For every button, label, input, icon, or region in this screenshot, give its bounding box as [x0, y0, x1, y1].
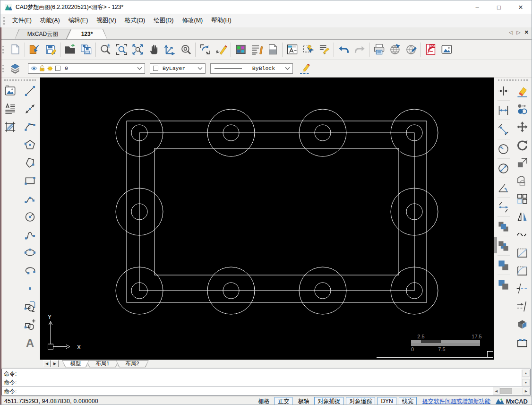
- linetype-edit-button[interactable]: [297, 60, 313, 77]
- menu-item-4[interactable]: 视图(V): [92, 14, 120, 27]
- line-button[interactable]: [22, 83, 38, 99]
- drawing-canvas[interactable]: Y X 2.5 17.5 0 7.5: [40, 78, 494, 360]
- menu-item-1[interactable]: 文件(F): [8, 14, 36, 27]
- open-folder-button[interactable]: [62, 42, 78, 58]
- rotate-button[interactable]: [514, 137, 530, 153]
- erase-button[interactable]: [514, 83, 530, 99]
- menu-item-5[interactable]: 格式(O): [120, 14, 149, 27]
- status-toggle-极轴[interactable]: 极轴: [295, 397, 312, 405]
- chevron-down-icon[interactable]: [284, 67, 291, 70]
- zoom-dynamic-button[interactable]: [97, 42, 113, 58]
- zoom-center-button[interactable]: [178, 42, 194, 58]
- move-button[interactable]: [514, 119, 530, 135]
- solid-box-button[interactable]: [514, 316, 530, 332]
- status-toggle-栅格[interactable]: 栅格: [255, 397, 272, 405]
- pdf-export-button[interactable]: PDF: [422, 42, 438, 58]
- circle-button[interactable]: [22, 208, 38, 224]
- dim-continue-button[interactable]: [496, 83, 512, 99]
- web-publish-button[interactable]: [387, 42, 403, 58]
- stretch-button[interactable]: [514, 334, 530, 350]
- status-toggle-对象捕捉[interactable]: 对象捕捉: [314, 397, 343, 405]
- draworder-above-button[interactable]: [496, 257, 512, 273]
- block-create-button[interactable]: [22, 316, 38, 332]
- spline-button[interactable]: [22, 226, 38, 242]
- menubar-grip-handle[interactable]: [3, 17, 5, 25]
- dim-aligned-button[interactable]: [496, 121, 512, 138]
- menu-item-3[interactable]: 编辑(E): [64, 14, 93, 27]
- open-drawing-button[interactable]: [26, 42, 43, 58]
- document-tab-2[interactable]: 123*: [67, 29, 107, 39]
- menu-item-6[interactable]: 绘图(D): [149, 14, 178, 27]
- irregular-polygon-button[interactable]: [22, 155, 38, 171]
- copy-button[interactable]: [514, 101, 530, 117]
- extend-button[interactable]: [514, 298, 530, 314]
- quick-select-button[interactable]: [300, 42, 316, 58]
- layer-manager-button[interactable]: [7, 60, 23, 77]
- text-style-button[interactable]: [249, 42, 265, 58]
- command-input-scrollbar[interactable]: ◀ ▶: [493, 388, 530, 395]
- dim-radius-button[interactable]: [496, 141, 512, 157]
- draworder-front-button[interactable]: [496, 218, 512, 234]
- polyline-arc-button[interactable]: [22, 190, 38, 207]
- save-button[interactable]: [43, 42, 59, 58]
- ellipse-arc-button[interactable]: [22, 262, 38, 278]
- view-refresh-button[interactable]: [197, 42, 213, 58]
- palette-grip-handle[interactable]: [498, 79, 528, 81]
- close-button[interactable]: ✕: [510, 0, 532, 14]
- chevron-down-icon[interactable]: [137, 67, 143, 70]
- draworder-below-button[interactable]: [496, 276, 512, 293]
- minimize-button[interactable]: –: [466, 0, 488, 14]
- layout-tab-布局2[interactable]: 布局2: [116, 360, 149, 368]
- toolbar-grip-handle[interactable]: [2, 65, 4, 72]
- point-button[interactable]: [22, 280, 38, 296]
- undo-button[interactable]: [335, 42, 352, 58]
- scroll-right-icon[interactable]: ▶: [523, 388, 530, 395]
- sketch-pencil-button[interactable]: [213, 42, 229, 58]
- revcloud-curve-button[interactable]: [514, 226, 530, 242]
- save-as-button[interactable]: [78, 42, 94, 58]
- array-button[interactable]: [514, 190, 530, 207]
- print-button[interactable]: [371, 42, 387, 58]
- zoom-window-button[interactable]: [113, 42, 129, 58]
- scroll-left-icon[interactable]: ◀: [493, 388, 500, 395]
- insert-image-button[interactable]: [438, 42, 455, 58]
- arc-button[interactable]: [22, 119, 38, 135]
- dim-diameter-button[interactable]: [496, 160, 512, 176]
- status-toggle-DYN[interactable]: DYN: [378, 397, 396, 405]
- linetype-select[interactable]: ByBlock: [210, 63, 293, 74]
- insert-image-tool-button[interactable]: [2, 83, 18, 99]
- block-insert-button[interactable]: [22, 298, 38, 314]
- dim-angular-button[interactable]: [496, 180, 512, 196]
- layout-scroll-left-icon[interactable]: ◀: [43, 360, 51, 367]
- palette-grip-handle[interactable]: [4, 79, 36, 81]
- chevron-down-icon[interactable]: [197, 67, 203, 70]
- break-button[interactable]: [514, 280, 530, 296]
- feedback-link[interactable]: 提交软件问题或增加新功能: [422, 397, 490, 405]
- layer-select[interactable]: 0: [28, 63, 145, 74]
- new-file-button[interactable]: [7, 42, 23, 58]
- hatch-button[interactable]: [2, 119, 18, 135]
- command-history[interactable]: 命令:命令: ▲ ▼: [1, 369, 531, 387]
- menu-item-7[interactable]: 修改(M): [178, 14, 207, 27]
- layout-tab-模型[interactable]: 模型: [62, 360, 89, 368]
- match-properties-button[interactable]: [316, 42, 332, 58]
- color-palette-button[interactable]: [232, 42, 249, 58]
- chamfer-button[interactable]: [514, 244, 530, 260]
- scroll-up-icon[interactable]: ▲: [522, 370, 530, 377]
- offset-button[interactable]: [514, 172, 530, 189]
- maximize-button[interactable]: □: [488, 0, 510, 14]
- scale-button[interactable]: [514, 155, 530, 171]
- scrollbar-thumb[interactable]: [500, 388, 512, 394]
- text-multiline-button[interactable]: [2, 101, 18, 117]
- menu-item-8[interactable]: 帮助(H): [207, 14, 235, 27]
- single-text-button[interactable]: A: [22, 334, 38, 350]
- mirror-button[interactable]: [514, 208, 530, 224]
- draworder-back-button[interactable]: [496, 238, 512, 254]
- dim-baseline-button[interactable]: [496, 199, 512, 215]
- construction-line-button[interactable]: [22, 101, 38, 117]
- tab-scroll-left-icon[interactable]: ◁: [509, 29, 513, 35]
- rectangle-button[interactable]: [22, 172, 38, 189]
- tab-scroll-right-icon[interactable]: ▷: [516, 29, 520, 35]
- command-history-scrollbar[interactable]: ▲ ▼: [522, 370, 530, 386]
- tab-close-icon[interactable]: ✕: [524, 29, 529, 35]
